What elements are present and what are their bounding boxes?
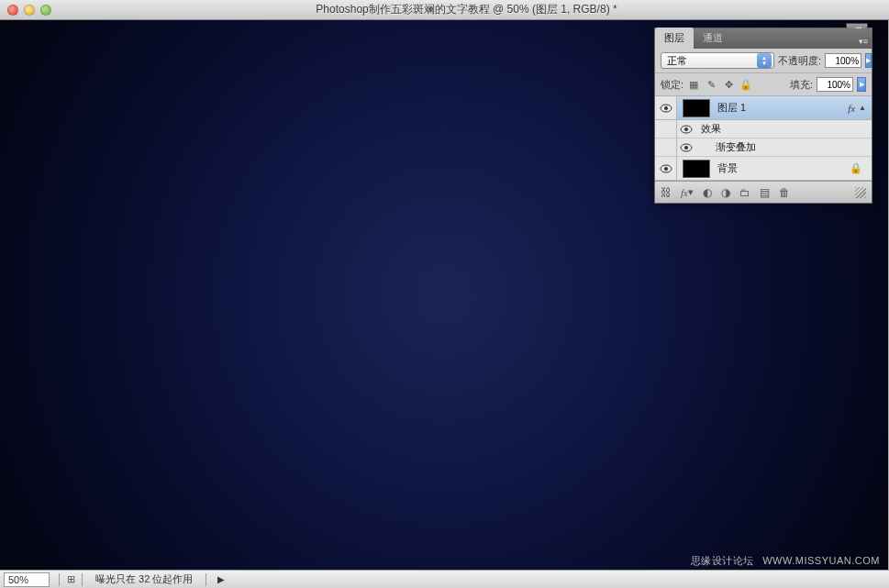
svg-point-5 [684, 146, 688, 150]
visibility-toggle[interactable] [677, 125, 695, 134]
traffic-lights [7, 5, 51, 16]
opacity-flyout-arrow[interactable]: ▶ [865, 53, 872, 68]
lock-icons-group: ▦ ✎ ✥ 🔒 [687, 78, 752, 91]
window-title: Photoshop制作五彩斑斓的文字教程 @ 50% (图层 1, RGB/8)… [51, 2, 882, 17]
panel-header: 图层 通道 ▾≡ [655, 28, 872, 49]
opacity-label: 不透明度: [778, 54, 821, 68]
layers-list: 图层 1 fx ▲ 效果 渐变叠加 背景 🔒 [655, 96, 872, 181]
layer-thumbnail[interactable] [683, 99, 710, 117]
opacity-input[interactable] [825, 53, 861, 68]
lock-position-icon[interactable]: ✥ [722, 78, 735, 91]
layer-mask-icon[interactable]: ◐ [703, 186, 712, 199]
panel-footer: ⛓ fx▾ ◐ ◑ 🗀 ▤ 🗑 [655, 181, 872, 203]
window-titlebar: Photoshop制作五彩斑斓的文字教程 @ 50% (图层 1, RGB/8)… [0, 0, 889, 20]
lock-icon: 🔒 [850, 162, 862, 174]
lock-label: 锁定: [661, 78, 683, 92]
blend-mode-value: 正常 [667, 54, 687, 68]
layers-panel: 图层 通道 ▾≡ 正常 ▲▼ 不透明度: ▶ 锁定: ▦ ✎ ✥ 🔒 填充: ▶ [654, 28, 872, 204]
layer-row[interactable]: 图层 1 fx ▲ [655, 96, 872, 120]
effect-item-row[interactable]: 渐变叠加 [655, 139, 872, 157]
status-bar: 50% ⊞ 曝光只在 32 位起作用 ▶ [0, 570, 889, 588]
panel-resize-handle[interactable] [855, 187, 866, 198]
watermark-text-right: WWW.MISSYUAN.COM [762, 555, 880, 566]
new-layer-icon[interactable]: ▤ [760, 186, 770, 199]
panel-menu-icon[interactable]: ▾≡ [859, 37, 868, 46]
tab-channels[interactable]: 通道 [694, 28, 732, 49]
effects-collapse-arrow[interactable]: ▲ [859, 104, 866, 112]
visibility-toggle[interactable] [677, 143, 695, 152]
fill-flyout-arrow[interactable]: ▶ [857, 77, 866, 92]
svg-point-1 [664, 106, 668, 110]
svg-point-3 [684, 128, 688, 131]
link-layers-icon[interactable]: ⛓ [661, 186, 672, 199]
close-button[interactable] [7, 5, 18, 16]
lock-all-icon[interactable]: 🔒 [739, 78, 752, 91]
eye-icon [680, 143, 693, 152]
svg-point-7 [664, 167, 668, 171]
zoom-button[interactable] [40, 5, 51, 16]
layer-name[interactable]: 图层 1 [716, 101, 848, 115]
status-info-text: 曝光只在 32 位起作用 [88, 572, 200, 586]
lock-pixels-icon[interactable]: ✎ [705, 78, 717, 91]
blend-opacity-row: 正常 ▲▼ 不透明度: ▶ [655, 49, 872, 73]
fill-label: 填充: [790, 78, 813, 92]
blend-mode-select[interactable]: 正常 ▲▼ [661, 52, 774, 69]
adjustment-layer-icon[interactable]: ◑ [721, 186, 730, 199]
eye-icon [660, 164, 672, 173]
fill-input[interactable] [817, 77, 853, 92]
layer-row[interactable]: 背景 🔒 [655, 157, 872, 181]
eye-icon [660, 104, 672, 113]
tab-layers[interactable]: 图层 [655, 28, 694, 49]
eye-icon [680, 125, 693, 134]
minimize-button[interactable] [24, 5, 35, 16]
visibility-toggle[interactable] [655, 157, 677, 180]
effects-label: 效果 [695, 122, 721, 136]
status-menu-arrow[interactable]: ▶ [212, 574, 230, 584]
gradient-overlay-label: 渐变叠加 [695, 140, 756, 154]
delete-layer-icon[interactable]: 🗑 [779, 186, 790, 199]
watermark: 思缘设计论坛 WWW.MISSYUAN.COM [691, 554, 880, 568]
lock-transparency-icon[interactable]: ▦ [687, 78, 700, 91]
lock-fill-row: 锁定: ▦ ✎ ✥ 🔒 填充: ▶ [655, 73, 872, 96]
status-expand-icon[interactable]: ⊞ [65, 573, 76, 585]
layer-style-icon[interactable]: fx▾ [681, 186, 694, 198]
visibility-toggle[interactable] [655, 96, 677, 119]
layer-name[interactable]: 背景 [716, 161, 850, 175]
zoom-input[interactable]: 50% [4, 572, 50, 587]
layer-thumbnail[interactable] [683, 160, 710, 178]
new-group-icon[interactable]: 🗀 [739, 186, 750, 199]
select-arrows-icon: ▲▼ [757, 53, 772, 68]
effects-row[interactable]: 效果 [655, 120, 872, 139]
watermark-text-left: 思缘设计论坛 [691, 555, 754, 566]
fx-badge[interactable]: fx [848, 103, 855, 114]
zoom-value: 50% [8, 574, 28, 585]
